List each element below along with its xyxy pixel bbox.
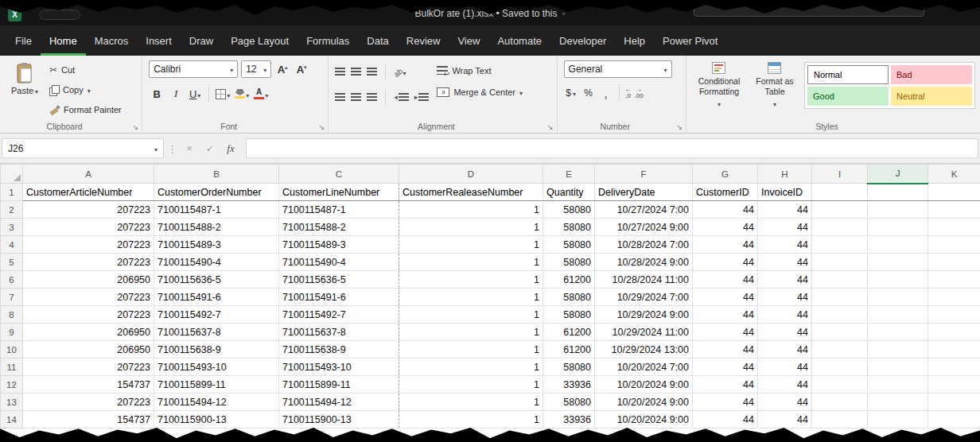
cell-H12[interactable]: 44 bbox=[758, 376, 812, 394]
cell-K12[interactable] bbox=[928, 376, 980, 394]
cell-B5[interactable]: 7100115490-4 bbox=[154, 254, 279, 271]
cell-B8[interactable]: 7100115492-7 bbox=[154, 306, 279, 324]
cell-D2[interactable]: 1 bbox=[399, 201, 543, 219]
cell-K3[interactable] bbox=[928, 219, 980, 236]
underline-button[interactable]: U bbox=[187, 85, 203, 103]
row-header-5[interactable]: 5 bbox=[1, 254, 23, 271]
cell-C4[interactable]: 7100115489-3 bbox=[279, 236, 399, 254]
cell-G5[interactable]: 44 bbox=[693, 254, 758, 271]
cell-G1[interactable]: CustomerID bbox=[693, 184, 758, 201]
cell-E7[interactable]: 58080 bbox=[543, 289, 595, 306]
increase-decimal-button[interactable]: ←.0 bbox=[625, 87, 632, 99]
cell-K2[interactable] bbox=[928, 201, 980, 219]
cell-A1[interactable]: CustomerArticleNumber bbox=[23, 184, 154, 201]
menu-tab-file[interactable]: File bbox=[6, 25, 41, 56]
select-all-button[interactable] bbox=[1, 165, 23, 184]
decrease-indent-button[interactable]: ◂ bbox=[394, 93, 409, 101]
cell-E2[interactable]: 58080 bbox=[543, 201, 595, 219]
cell-A12[interactable]: 154737 bbox=[23, 376, 154, 394]
align-left-button[interactable] bbox=[335, 93, 345, 101]
menu-tab-insert[interactable]: Insert bbox=[137, 25, 181, 56]
cell-B9[interactable]: 7100115637-8 bbox=[154, 324, 279, 341]
titlebar-search-box[interactable] bbox=[694, 4, 924, 17]
number-dialog-launcher[interactable] bbox=[676, 123, 682, 131]
cell-H9[interactable]: 44 bbox=[758, 324, 812, 341]
style-bad[interactable]: Bad bbox=[891, 65, 972, 84]
cell-G8[interactable]: 44 bbox=[693, 306, 758, 324]
alignment-dialog-launcher[interactable] bbox=[547, 123, 554, 131]
cell-E5[interactable]: 58080 bbox=[543, 254, 595, 271]
cell-G2[interactable]: 44 bbox=[693, 201, 758, 219]
cell-I6[interactable] bbox=[812, 271, 868, 289]
cell-J6[interactable] bbox=[868, 271, 928, 289]
formula-bar-handle[interactable] bbox=[167, 142, 177, 156]
cell-K14[interactable] bbox=[928, 411, 980, 428]
cell-D6[interactable]: 1 bbox=[399, 271, 543, 289]
cell-B4[interactable]: 7100115489-3 bbox=[154, 236, 279, 254]
cell-B14[interactable]: 7100115900-13 bbox=[154, 411, 279, 428]
column-header-K[interactable]: K bbox=[928, 165, 980, 184]
cell-J12[interactable] bbox=[868, 376, 928, 394]
column-header-H[interactable]: H bbox=[758, 165, 812, 184]
cell-H14[interactable]: 44 bbox=[758, 411, 812, 428]
cell-J13[interactable] bbox=[868, 394, 928, 411]
cell-H1[interactable]: InvoiceID bbox=[758, 184, 812, 201]
cell-C3[interactable]: 7100115488-2 bbox=[279, 219, 399, 236]
row-header-13[interactable]: 13 bbox=[1, 394, 23, 411]
cell-D11[interactable]: 1 bbox=[399, 359, 543, 376]
align-middle-button[interactable] bbox=[351, 68, 361, 76]
cell-G12[interactable]: 44 bbox=[693, 376, 758, 394]
cell-C1[interactable]: CustomerLineNumber bbox=[279, 184, 399, 201]
cell-J1[interactable] bbox=[868, 184, 928, 201]
cell-K6[interactable] bbox=[928, 271, 980, 289]
bold-button[interactable]: B bbox=[149, 85, 165, 103]
cell-C13[interactable]: 7100115494-12 bbox=[279, 394, 399, 411]
cell-I10[interactable] bbox=[812, 341, 868, 359]
enter-icon[interactable]: ✓ bbox=[201, 143, 219, 154]
row-header-14[interactable]: 14 bbox=[1, 411, 23, 428]
cell-B2[interactable]: 7100115487-1 bbox=[154, 201, 279, 219]
cell-D12[interactable]: 1 bbox=[399, 376, 543, 394]
menu-tab-automate[interactable]: Automate bbox=[488, 25, 550, 56]
cell-C10[interactable]: 7100115638-9 bbox=[279, 341, 399, 359]
cell-E3[interactable]: 58080 bbox=[543, 219, 595, 236]
cell-A11[interactable]: 207223 bbox=[23, 359, 154, 376]
cell-J2[interactable] bbox=[868, 201, 928, 219]
accounting-format-button[interactable]: $ bbox=[564, 87, 578, 99]
menu-tab-power-pivot[interactable]: Power Pivot bbox=[654, 25, 726, 56]
decrease-font-size-button[interactable]: A▾ bbox=[294, 60, 309, 78]
row-header-8[interactable]: 8 bbox=[1, 306, 23, 324]
cell-B1[interactable]: CustomerOrderNumber bbox=[154, 184, 279, 201]
cell-G9[interactable]: 44 bbox=[693, 324, 758, 341]
cell-I4[interactable] bbox=[812, 236, 868, 254]
style-normal[interactable]: Normal bbox=[807, 65, 889, 84]
decrease-decimal-button[interactable]: →.00 bbox=[635, 87, 644, 99]
cell-D4[interactable]: 1 bbox=[399, 236, 543, 254]
percent-style-button[interactable]: % bbox=[581, 87, 596, 99]
format-painter-button[interactable]: Format Painter bbox=[49, 103, 122, 117]
title-chevron-icon[interactable] bbox=[562, 10, 565, 17]
row-header-7[interactable]: 7 bbox=[1, 289, 23, 306]
cell-F13[interactable]: 10/20/2024 9:00 bbox=[595, 394, 693, 411]
name-box[interactable]: J26 bbox=[2, 138, 164, 158]
cell-C14[interactable]: 7100115900-13 bbox=[279, 411, 399, 428]
increase-font-size-button[interactable]: A▴ bbox=[274, 60, 290, 78]
cell-D8[interactable]: 1 bbox=[399, 306, 543, 324]
cell-H7[interactable]: 44 bbox=[758, 289, 812, 306]
cell-E13[interactable]: 58080 bbox=[543, 394, 595, 411]
cell-B6[interactable]: 7100115636-5 bbox=[154, 271, 279, 289]
cell-K10[interactable] bbox=[928, 341, 980, 359]
cell-J4[interactable] bbox=[868, 236, 928, 254]
cell-F2[interactable]: 10/27/2024 7:00 bbox=[595, 201, 693, 219]
formula-input[interactable] bbox=[246, 138, 978, 158]
menu-tab-draw[interactable]: Draw bbox=[181, 25, 222, 56]
cell-C8[interactable]: 7100115492-7 bbox=[279, 306, 399, 324]
cell-F11[interactable]: 10/20/2024 7:00 bbox=[595, 359, 693, 376]
row-header-11[interactable]: 11 bbox=[1, 359, 23, 376]
row-header-1[interactable]: 1 bbox=[1, 184, 23, 201]
cell-G14[interactable]: 44 bbox=[693, 411, 758, 428]
cell-A3[interactable]: 207223 bbox=[23, 219, 154, 236]
excel-logo-icon[interactable]: X bbox=[8, 8, 21, 21]
cell-E12[interactable]: 33936 bbox=[543, 376, 595, 394]
cell-A10[interactable]: 206950 bbox=[23, 341, 154, 359]
